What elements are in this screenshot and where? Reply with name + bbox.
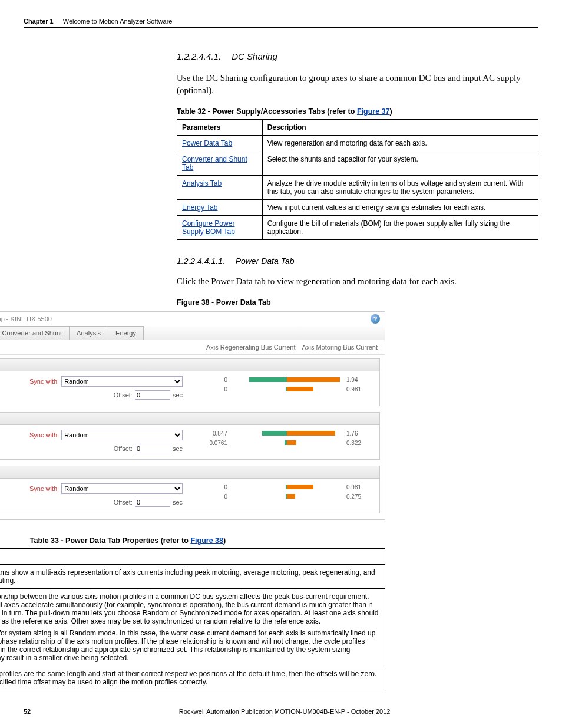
offset-unit: sec <box>173 499 183 506</box>
regen-value: 0.847 <box>194 430 230 437</box>
bar-row: 01.94 <box>194 376 373 383</box>
motor-bar <box>287 387 313 391</box>
offset-label: Offset: <box>114 391 133 398</box>
bar-row: 0.07610.322 <box>194 439 373 446</box>
param-desc: Select the shunts and capacitor for your… <box>262 151 538 176</box>
motor-value: 1.76 <box>344 430 373 437</box>
table33-head-desc: Description <box>0 549 385 565</box>
table32: Parameters Description Power Data TabVie… <box>177 119 538 240</box>
param-link[interactable]: Energy Tab <box>182 203 218 212</box>
table-row: Energy TabView input current values and … <box>177 200 538 216</box>
bar-row: 0.8471.76 <box>194 430 373 437</box>
regen-bar <box>249 377 287 382</box>
regen-value: 0 <box>194 377 230 383</box>
param-link[interactable]: Converter and Shunt Tab <box>182 155 247 172</box>
sync-label: Sync with: <box>29 485 59 492</box>
page-header: Chapter 1 Welcome to Motion Analyzer Sof… <box>24 18 538 28</box>
table-row: Power Data TabView regeneration and moto… <box>177 136 538 151</box>
axis-head: Axis 3: EDM fast <box>0 466 379 479</box>
table-row: Random/Sync relationship The phase relat… <box>0 589 385 666</box>
subsection-title: Power Data Tab <box>236 256 295 266</box>
table32-caption: Table 32 - Power Supply/Accessories Tabs… <box>177 107 538 116</box>
t33-desc-1: The phase relationship between the vario… <box>0 589 385 666</box>
table33: Parameters Description Axis histograms T… <box>0 548 385 690</box>
param-link[interactable]: Configure Power Supply BOM Tab <box>182 219 235 236</box>
param-desc: View input current values and energy sav… <box>262 200 538 216</box>
sync-select[interactable]: Random <box>61 430 183 440</box>
tab-energy[interactable]: Energy <box>108 326 144 340</box>
section-intro: Use the DC Sharing configuration to grou… <box>177 72 538 97</box>
page-number: 52 <box>24 708 31 715</box>
motor-bar <box>287 440 296 445</box>
t33-desc-2: If all axis motion profiles are the same… <box>0 666 385 690</box>
table-row: Analysis TabAnalyze the drive module act… <box>177 176 538 200</box>
figure38-link[interactable]: Figure 38 <box>190 536 223 545</box>
offset-unit: sec <box>173 445 183 452</box>
motor-value: 0.981 <box>344 484 373 490</box>
regen-value: 0 <box>194 493 230 500</box>
figure38-caption: Figure 38 - Power Data Tab <box>177 298 538 307</box>
subsection-heading: 1.2.2.4.4.1.1. Power Data Tab <box>177 256 538 266</box>
app-title-sub: Drives Group - KINETIX 5500 <box>0 315 52 322</box>
bar-row: 00.275 <box>194 493 373 500</box>
param-link[interactable]: Power Data Tab <box>182 139 232 147</box>
motor-bar <box>287 377 340 382</box>
legend-row: Axis Regenerating Bus Current Axis Motor… <box>0 340 385 355</box>
table32-head-desc: Description <box>262 120 538 136</box>
chapter-label: Chapter 1 <box>24 18 54 25</box>
offset-input[interactable] <box>135 498 170 507</box>
app-screenshot: Power Supply / Accessories: Drives Group… <box>0 311 385 520</box>
table-row: Axis histograms The axis histograms show… <box>0 565 385 589</box>
section-heading: 1.2.2.4.4.1. DC Sharing <box>177 51 538 61</box>
table-row: Offset If all axis motion profiles are t… <box>0 666 385 690</box>
motor-value: 1.94 <box>344 377 373 383</box>
motor-value: 0.322 <box>344 440 373 446</box>
axis-block: Axis 2: Robot verticalMotor:VPL-A0753C-x… <box>0 412 380 460</box>
motor-value: 0.275 <box>344 493 373 500</box>
subsection-number: 1.2.2.4.4.1.1. <box>177 256 225 266</box>
motor-value: 0.981 <box>344 386 373 393</box>
param-link[interactable]: Analysis Tab <box>182 179 222 187</box>
regen-value: 0.0761 <box>194 440 230 446</box>
motor-bar <box>287 431 335 436</box>
axis-block: Axis 1: High geared rotaryMotor:VPL-A100… <box>0 358 380 406</box>
param-desc: View regeneration and motoring data for … <box>262 136 538 151</box>
legend-motor: Axis Motoring Bus Current <box>302 344 378 351</box>
regen-bar <box>262 431 287 436</box>
sync-label: Sync with: <box>29 431 59 439</box>
table-row: Configure Power Supply BOM TabConfigure … <box>177 216 538 240</box>
subsection-body: Click the Power Data tab to view regener… <box>177 275 538 288</box>
page-footer: 52 Rockwell Automation Publication MOTIO… <box>24 708 538 715</box>
bar-row: 00.981 <box>194 386 373 393</box>
figure37-link[interactable]: Figure 37 <box>357 107 390 116</box>
table33-caption: Table 33 - Power Data Tab Properties (re… <box>0 536 385 545</box>
motor-bar <box>287 494 295 499</box>
offset-input[interactable] <box>135 390 170 400</box>
regen-value: 0 <box>194 484 230 490</box>
param-desc: Configure the bill of materials (BOM) fo… <box>262 216 538 240</box>
param-desc: Analyze the drive module activity in ter… <box>262 176 538 200</box>
section-number: 1.2.2.4.4.1. <box>177 51 221 61</box>
axis-head: Axis 2: Robot vertical <box>0 413 379 425</box>
section-title: DC Sharing <box>232 51 277 61</box>
sync-select[interactable]: Random <box>61 483 183 494</box>
app-titlebar: Power Supply / Accessories: Drives Group… <box>0 312 385 326</box>
t33-desc-0: The axis histograms show a multi-axis re… <box>0 565 385 589</box>
chapter-title: Welcome to Motion Analyzer Software <box>63 18 173 25</box>
offset-label: Offset: <box>114 499 133 506</box>
offset-unit: sec <box>173 391 183 398</box>
table-row: Converter and Shunt TabSelect the shunts… <box>177 151 538 176</box>
tab-converter-and-shunt[interactable]: Converter and Shunt <box>0 326 70 340</box>
bar-row: 00.981 <box>194 483 373 490</box>
tab-analysis[interactable]: Analysis <box>69 326 108 340</box>
legend-regen: Axis Regenerating Bus Current <box>206 344 296 351</box>
help-icon[interactable]: ? <box>371 314 380 324</box>
sync-label: Sync with: <box>29 378 59 385</box>
offset-label: Offset: <box>114 445 133 452</box>
offset-input[interactable] <box>135 444 170 453</box>
regen-value: 0 <box>194 386 230 393</box>
axis-head: Axis 1: High geared rotary <box>0 359 379 371</box>
table32-head-param: Parameters <box>177 120 263 136</box>
motor-bar <box>287 485 313 489</box>
sync-select[interactable]: Random <box>61 376 183 387</box>
